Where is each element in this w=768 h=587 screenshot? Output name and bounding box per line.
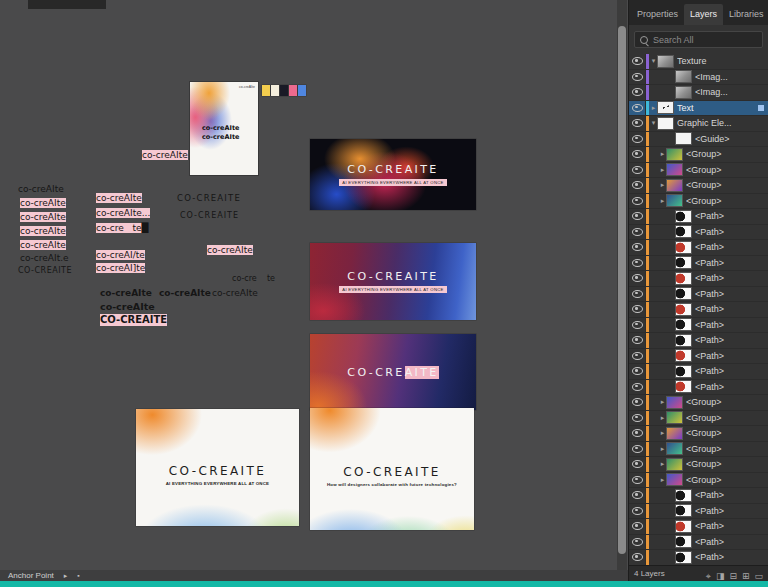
canvas-area[interactable]: co-creAIteco-creAIteco-creAIteco-creAIte… [0, 0, 628, 570]
layer-row[interactable]: <Guide> [629, 132, 768, 148]
chevron-down-icon[interactable]: ▾ [649, 119, 658, 127]
layer-thumbnail[interactable] [676, 273, 691, 284]
layer-row[interactable]: ▸<Group> [629, 457, 768, 473]
layer-thumbnail[interactable] [676, 288, 691, 299]
layer-row[interactable]: <Path> [629, 302, 768, 318]
layer-thumbnail[interactable] [667, 459, 682, 470]
chevron-right-icon[interactable]: ▸ [658, 476, 667, 484]
canvas-text-scrap[interactable]: co-creAIte [20, 198, 66, 208]
search-box[interactable]: Search All [634, 31, 763, 48]
layer-thumbnail[interactable] [667, 412, 682, 423]
visibility-toggle[interactable] [629, 457, 646, 472]
layer-name[interactable]: <Group> [686, 165, 768, 175]
layer-row[interactable]: <Path> [629, 287, 768, 303]
layer-name[interactable]: <Group> [686, 149, 768, 159]
layer-row[interactable]: ▸<Group> [629, 178, 768, 194]
visibility-toggle[interactable] [629, 178, 646, 193]
layer-row[interactable]: ▸<Group> [629, 395, 768, 411]
visibility-toggle[interactable] [629, 519, 646, 534]
visibility-toggle[interactable] [629, 349, 646, 364]
visibility-toggle[interactable] [629, 473, 646, 488]
visibility-toggle[interactable] [629, 240, 646, 255]
color-swatch[interactable] [280, 85, 288, 96]
layer-name[interactable]: <Group> [686, 180, 768, 190]
layer-thumbnail[interactable] [676, 71, 691, 82]
canvas-text-scrap[interactable]: co-creAIte [18, 184, 64, 194]
layer-row[interactable]: ▸<Group> [629, 163, 768, 179]
layer-name[interactable]: <Path> [695, 521, 768, 531]
layer-row[interactable]: ▾Texture [629, 54, 768, 70]
layer-name[interactable]: <Path> [695, 273, 768, 283]
layer-thumbnail[interactable] [658, 56, 673, 67]
layer-name[interactable]: <Path> [695, 289, 768, 299]
layer-name[interactable]: <Imag... [695, 72, 768, 82]
layer-name[interactable]: <Group> [686, 459, 768, 469]
layer-row[interactable]: <Path> [629, 535, 768, 551]
visibility-toggle[interactable] [629, 488, 646, 503]
canvas-text-scrap[interactable]: CO-CREAITE [177, 194, 241, 204]
visibility-toggle[interactable] [629, 70, 646, 85]
layer-row[interactable]: ▸<Group> [629, 426, 768, 442]
canvas-text-scrap[interactable]: co-creAIte... [96, 208, 150, 218]
canvas-text-scrap[interactable]: co-creAIte [142, 150, 188, 160]
layer-thumbnail[interactable] [676, 319, 691, 330]
layer-thumbnail[interactable] [676, 226, 691, 237]
poster-artboard[interactable]: co-creAIte co-creAIte co-creAIte [190, 82, 258, 175]
visibility-toggle[interactable] [629, 411, 646, 426]
layer-row[interactable]: <Path> [629, 519, 768, 535]
new-sublayer-icon[interactable]: ⊟ [729, 571, 737, 581]
layer-name[interactable]: <Path> [695, 490, 768, 500]
canvas-text-scrap[interactable]: co-creAI/te [96, 250, 145, 260]
canvas-text-scrap[interactable]: co-creAIte [100, 302, 155, 313]
visibility-toggle[interactable] [629, 85, 646, 100]
visibility-toggle[interactable] [629, 163, 646, 178]
layer-row[interactable]: <Path> [629, 225, 768, 241]
visibility-toggle[interactable] [629, 333, 646, 348]
visibility-toggle[interactable] [629, 256, 646, 271]
layer-thumbnail[interactable] [667, 164, 682, 175]
make-mask-icon[interactable]: ◨ [716, 571, 725, 581]
artboard-banner-1[interactable]: CO-CREAITEAI EVERYTHING EVERYWHERE ALL A… [310, 139, 476, 210]
layer-thumbnail[interactable] [658, 118, 673, 129]
layer-thumbnail[interactable] [676, 257, 691, 268]
layer-row[interactable]: <Path> [629, 504, 768, 520]
canvas-text-scrap[interactable]: co-cre te█ [96, 223, 148, 233]
color-swatch[interactable] [289, 85, 297, 96]
canvas-text-scrap[interactable]: co-creAIte [212, 288, 258, 298]
visibility-toggle[interactable] [629, 287, 646, 302]
chevron-right-icon[interactable]: ▸ [658, 460, 667, 468]
visibility-toggle[interactable] [629, 426, 646, 441]
canvas-text-scrap[interactable]: co-creAI]te [96, 263, 145, 273]
layer-thumbnail[interactable] [676, 490, 691, 501]
visibility-toggle[interactable] [629, 504, 646, 519]
new-layer-icon[interactable]: ⊞ [742, 571, 750, 581]
color-swatch[interactable] [298, 85, 306, 96]
canvas-text-scrap[interactable]: co-creAIte [159, 288, 211, 298]
visibility-toggle[interactable] [629, 442, 646, 457]
chevron-right-icon[interactable]: ▸ [658, 445, 667, 453]
layer-name[interactable]: <Path> [695, 382, 768, 392]
layer-thumbnail[interactable] [676, 521, 691, 532]
canvas-text-scrap[interactable]: co-creAIte [20, 240, 66, 250]
layer-thumbnail[interactable] [658, 102, 673, 113]
layer-thumbnail[interactable] [667, 397, 682, 408]
layer-thumbnail[interactable] [676, 133, 691, 144]
tab-libraries[interactable]: Libraries [723, 4, 768, 25]
canvas-text-scrap[interactable]: co-creAIte [100, 288, 152, 298]
layer-row[interactable]: <Path> [629, 318, 768, 334]
layer-name[interactable]: <Group> [686, 475, 768, 485]
chevron-right-icon[interactable]: ▸ [658, 429, 667, 437]
layer-thumbnail[interactable] [667, 180, 682, 191]
color-swatch[interactable] [271, 85, 279, 96]
layer-row[interactable]: <Path> [629, 364, 768, 380]
layer-thumbnail[interactable] [667, 474, 682, 485]
layer-thumbnail[interactable] [676, 335, 691, 346]
layer-name[interactable]: <Imag... [695, 87, 768, 97]
layer-thumbnail[interactable] [676, 381, 691, 392]
layer-thumbnail[interactable] [676, 87, 691, 98]
layer-row[interactable]: <Imag... [629, 85, 768, 101]
canvas-text-scrap[interactable]: co-creAIte [207, 245, 253, 255]
vertical-scrollbar[interactable] [617, 0, 627, 570]
canvas-text-scrap[interactable]: co-creAIte [96, 193, 142, 203]
layer-thumbnail[interactable] [667, 443, 682, 454]
